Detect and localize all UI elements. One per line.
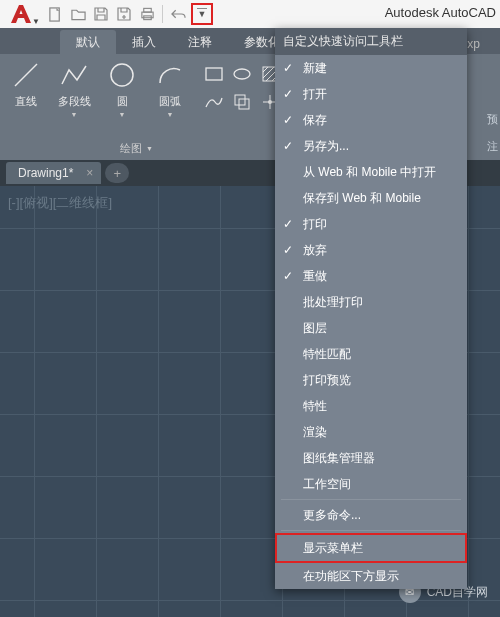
menu-item-undo[interactable]: ✓放弃: [275, 237, 467, 263]
dropdown-arrow-icon: ▼: [167, 111, 174, 118]
menu-item-open[interactable]: ✓打开: [275, 81, 467, 107]
viewport-label[interactable]: [-][俯视][二维线框]: [8, 194, 112, 212]
svg-line-10: [263, 67, 274, 78]
quick-access-toolbar: [42, 3, 189, 25]
menu-item-more-commands[interactable]: 更多命令...: [275, 502, 467, 528]
menu-item-properties[interactable]: 特性: [275, 393, 467, 419]
qat-customize-dropdown[interactable]: ▼: [191, 3, 213, 25]
menu-separator: [281, 530, 461, 531]
check-icon: ✓: [283, 87, 293, 101]
qat-print-icon[interactable]: [136, 3, 158, 25]
ribbon-tab-annotate[interactable]: 注释: [172, 30, 228, 54]
qat-customize-menu: 自定义快速访问工具栏 ✓新建 ✓打开 ✓保存 ✓另存为... 从 Web 和 M…: [275, 28, 467, 589]
menu-item-show-below-ribbon[interactable]: 在功能区下方显示: [275, 563, 467, 589]
qat-new-icon[interactable]: [44, 3, 66, 25]
qat-separator: [162, 5, 163, 23]
svg-rect-13: [235, 95, 245, 105]
app-logo[interactable]: ▼: [0, 0, 42, 28]
qat-save-icon[interactable]: [90, 3, 112, 25]
tool-rectangle-icon[interactable]: [202, 62, 226, 86]
qat-undo-icon[interactable]: [167, 3, 189, 25]
right-label-2: 注: [484, 139, 500, 154]
menu-item-match-properties[interactable]: 特性匹配: [275, 341, 467, 367]
svg-line-9: [263, 67, 268, 72]
svg-line-4: [15, 64, 37, 86]
svg-point-5: [111, 64, 133, 86]
check-icon: ✓: [283, 217, 293, 231]
tool-polyline-label: 多段线: [58, 94, 91, 109]
menu-item-save-web[interactable]: 保存到 Web 和 Mobile: [275, 185, 467, 211]
new-tab-button[interactable]: +: [105, 163, 129, 183]
check-icon: ✓: [283, 269, 293, 283]
tool-arc-label: 圆弧: [159, 94, 181, 109]
ribbon-tab-default[interactable]: 默认: [60, 30, 116, 54]
panel-title-draw[interactable]: 绘图 ▼: [120, 139, 153, 158]
menu-item-plot-preview[interactable]: 打印预览: [275, 367, 467, 393]
tool-arc[interactable]: 圆弧 ▼: [150, 58, 190, 118]
menu-item-new[interactable]: ✓新建: [275, 55, 467, 81]
svg-rect-14: [239, 99, 249, 109]
dropdown-arrow-icon: ▼: [119, 111, 126, 118]
menu-item-workspace[interactable]: 工作空间: [275, 471, 467, 497]
menu-item-print[interactable]: ✓打印: [275, 211, 467, 237]
check-icon: ✓: [283, 61, 293, 75]
app-menu-arrow: ▼: [32, 17, 40, 26]
tool-region-icon[interactable]: [230, 90, 254, 114]
menu-item-open-web[interactable]: 从 Web 和 Mobile 中打开: [275, 159, 467, 185]
menu-header: 自定义快速访问工具栏: [275, 28, 467, 55]
menu-item-batch-plot[interactable]: 批处理打印: [275, 289, 467, 315]
tool-spline-icon[interactable]: [202, 90, 226, 114]
close-tab-icon[interactable]: ×: [86, 166, 93, 180]
tool-circle[interactable]: 圆 ▼: [102, 58, 142, 118]
check-icon: ✓: [283, 139, 293, 153]
file-tab-drawing1[interactable]: Drawing1* ×: [6, 162, 101, 184]
menu-item-layer[interactable]: 图层: [275, 315, 467, 341]
tool-line-label: 直线: [15, 94, 37, 109]
check-icon: ✓: [283, 243, 293, 257]
tool-line[interactable]: 直线: [6, 58, 46, 109]
menu-separator: [281, 499, 461, 500]
menu-item-save[interactable]: ✓保存: [275, 107, 467, 133]
right-label-1: 预: [484, 112, 500, 127]
menu-item-redo[interactable]: ✓重做: [275, 263, 467, 289]
dropdown-arrow-icon: ▼: [71, 111, 78, 118]
tool-polyline[interactable]: 多段线 ▼: [54, 58, 94, 118]
menu-item-sheet-set[interactable]: 图纸集管理器: [275, 445, 467, 471]
menu-item-render[interactable]: 渲染: [275, 419, 467, 445]
menu-item-show-menubar[interactable]: 显示菜单栏: [275, 533, 467, 563]
check-icon: ✓: [283, 113, 293, 127]
tool-circle-label: 圆: [117, 94, 128, 109]
menu-item-saveas[interactable]: ✓另存为...: [275, 133, 467, 159]
qat-open-icon[interactable]: [67, 3, 89, 25]
svg-rect-2: [143, 8, 151, 12]
tool-ellipse-icon[interactable]: [230, 62, 254, 86]
svg-point-7: [234, 69, 250, 79]
svg-rect-6: [206, 68, 222, 80]
panel-expand-arrow-icon: ▼: [146, 145, 153, 152]
qat-saveas-icon[interactable]: [113, 3, 135, 25]
ribbon-tab-insert[interactable]: 插入: [116, 30, 172, 54]
app-title: Autodesk AutoCAD: [385, 5, 496, 20]
